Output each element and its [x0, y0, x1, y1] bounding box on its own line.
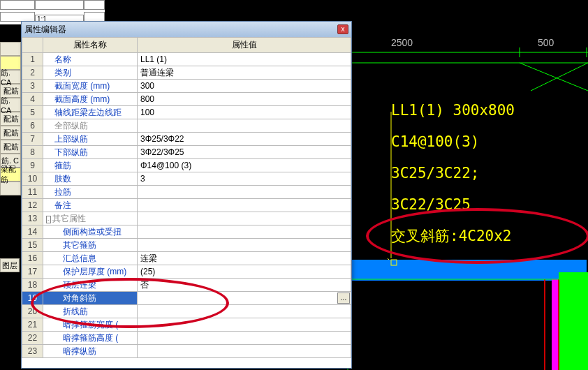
- grid-row[interactable]: 23暗撑纵筋: [22, 345, 351, 358]
- grid-row[interactable]: 1名称LL1 (1): [22, 53, 351, 66]
- property-value-cell[interactable]: [138, 186, 351, 199]
- property-value-cell[interactable]: [138, 332, 351, 345]
- property-value-cell[interactable]: 3Φ22/3Φ25: [138, 146, 351, 159]
- left-button[interactable]: [0, 42, 21, 56]
- property-name-cell[interactable]: 顶层连梁: [43, 279, 138, 292]
- grid-row[interactable]: 17保护层厚度 (mm)(25): [22, 265, 351, 279]
- grid-row[interactable]: 10肢数3: [22, 172, 351, 186]
- property-name-cell[interactable]: 上部纵筋: [43, 133, 138, 146]
- property-value-cell[interactable]: 800: [138, 93, 351, 106]
- property-name-cell[interactable]: 其它箍筋: [43, 239, 138, 252]
- property-name-cell[interactable]: 暗撑箍筋宽度 (: [43, 318, 138, 332]
- cad-label-4: 交叉斜筋:4C20x2: [391, 228, 512, 244]
- property-name-cell[interactable]: 侧面构造或受扭: [43, 225, 138, 239]
- property-value-cell[interactable]: 3: [138, 172, 351, 186]
- property-value-cell[interactable]: [138, 239, 351, 252]
- left-button[interactable]: 筋. CA: [0, 98, 21, 112]
- property-value-cell[interactable]: 连梁: [138, 252, 351, 265]
- property-name: 名称: [54, 54, 71, 64]
- left-button[interactable]: 配筋: [0, 140, 21, 154]
- left-button[interactable]: 筋. CA: [0, 70, 21, 84]
- property-value-cell[interactable]: (25): [138, 265, 351, 279]
- grid-row[interactable]: 21暗撑箍筋宽度 (: [22, 318, 351, 332]
- row-number: 20: [22, 305, 43, 318]
- property-value-cell[interactable]: 普通连梁: [138, 66, 351, 80]
- property-name-cell[interactable]: 拉筋: [43, 186, 138, 199]
- property-name-cell[interactable]: 保护层厚度 (mm): [43, 265, 138, 279]
- left-button[interactable]: 配筋: [0, 126, 21, 140]
- left-button[interactable]: 配筋: [0, 112, 21, 126]
- grid-row[interactable]: 16汇总信息连梁: [22, 252, 351, 265]
- grid-row[interactable]: 5轴线距梁左边线距100: [22, 106, 351, 119]
- property-value-cell[interactable]: [138, 225, 351, 239]
- row-number: 18: [22, 279, 43, 292]
- row-number: 2: [22, 66, 43, 80]
- layer-label: 图层: [0, 258, 20, 272]
- grid-row[interactable]: 12备注: [22, 199, 351, 212]
- property-name-cell[interactable]: 下部纵筋: [43, 146, 138, 159]
- grid-row[interactable]: 4截面高度 (mm)800: [22, 93, 351, 106]
- property-value-cell[interactable]: [138, 345, 351, 358]
- grid-row[interactable]: 9箍筋Φ14@100 (3): [22, 159, 351, 172]
- grid-row[interactable]: 19对角斜筋...: [22, 292, 351, 305]
- grid-row[interactable]: 15其它箍筋: [22, 239, 351, 252]
- property-name-cell[interactable]: 汇总信息: [43, 252, 138, 265]
- property-value-cell[interactable]: [138, 119, 351, 133]
- row-number: 15: [22, 239, 43, 252]
- property-value-cell[interactable]: ...: [138, 292, 351, 305]
- property-name-cell[interactable]: 肢数: [43, 172, 138, 186]
- left-button[interactable]: 梁配筋: [0, 168, 21, 182]
- property-name-cell[interactable]: 截面宽度 (mm): [43, 80, 138, 93]
- grid-row[interactable]: 2类别普通连梁: [22, 66, 351, 80]
- property-value-cell[interactable]: [138, 199, 351, 212]
- grid-row[interactable]: 20折线筋: [22, 305, 351, 318]
- ellipsis-button[interactable]: ...: [337, 293, 350, 304]
- property-name: 暗撑纵筋: [63, 346, 96, 356]
- property-name-cell[interactable]: 对角斜筋: [43, 292, 138, 305]
- property-name: 截面宽度 (mm): [54, 81, 110, 91]
- property-value-cell[interactable]: 300: [138, 80, 351, 93]
- property-value-cell[interactable]: [138, 318, 351, 332]
- grid-row[interactable]: 3截面宽度 (mm)300: [22, 80, 351, 93]
- property-name: 类别: [54, 68, 71, 77]
- header-name: 属性名称: [43, 38, 138, 53]
- property-name-cell[interactable]: 名称: [43, 53, 138, 66]
- property-name-cell[interactable]: 折线筋: [43, 305, 138, 318]
- grid-header: 属性名称 属性值: [22, 38, 351, 53]
- property-grid[interactable]: 属性名称 属性值 1名称LL1 (1)2类别普通连梁3截面宽度 (mm)3004…: [22, 37, 351, 358]
- row-number: 13: [22, 212, 43, 225]
- cad-label-1: C14@100(3): [391, 133, 479, 150]
- property-name-cell[interactable]: 暗撑纵筋: [43, 345, 138, 358]
- property-editor-window[interactable]: 属性编辑器 x 属性名称 属性值 1名称LL1 (1)2类别普通连梁3截面宽度 …: [21, 21, 352, 369]
- grid-row[interactable]: 8下部纵筋3Φ22/3Φ25: [22, 146, 351, 159]
- property-value-cell[interactable]: Φ14@100 (3): [138, 159, 351, 172]
- property-name-cell[interactable]: 暗撑箍筋高度 (: [43, 332, 138, 345]
- grid-row[interactable]: 14侧面构造或受扭: [22, 225, 351, 239]
- row-number: 19: [22, 292, 43, 305]
- close-icon[interactable]: x: [337, 24, 348, 34]
- expander-icon[interactable]: -: [46, 216, 51, 223]
- grid-row[interactable]: 13-其它属性: [22, 212, 351, 225]
- property-value-cell[interactable]: 100: [138, 106, 351, 119]
- titlebar[interactable]: 属性编辑器 x: [22, 22, 351, 37]
- property-name-cell[interactable]: 备注: [43, 199, 138, 212]
- property-name-cell[interactable]: 类别: [43, 66, 138, 80]
- property-name-cell[interactable]: 截面高度 (mm): [43, 93, 138, 106]
- grid-row[interactable]: 22暗撑箍筋高度 (: [22, 332, 351, 345]
- property-value-cell[interactable]: [138, 305, 351, 318]
- property-value-cell[interactable]: LL1 (1): [138, 53, 351, 66]
- row-number: 4: [22, 93, 43, 106]
- grid-row[interactable]: 7上部纵筋3Φ25/3Φ22: [22, 133, 351, 146]
- property-name-cell[interactable]: 全部纵筋: [43, 119, 138, 133]
- property-name-cell[interactable]: 轴线距梁左边线距: [43, 106, 138, 119]
- property-value-cell[interactable]: 否: [138, 279, 351, 292]
- svg-rect-10: [348, 260, 587, 281]
- grid-row[interactable]: 6全部纵筋: [22, 119, 351, 133]
- property-value-cell[interactable]: [138, 212, 351, 225]
- grid-row[interactable]: 11拉筋: [22, 186, 351, 199]
- property-name-cell[interactable]: 箍筋: [43, 159, 138, 172]
- cad-label-0: LL1(1) 300x800: [391, 102, 515, 119]
- property-name-cell[interactable]: -其它属性: [43, 212, 138, 225]
- property-value-cell[interactable]: 3Φ25/3Φ22: [138, 133, 351, 146]
- grid-row[interactable]: 18顶层连梁否: [22, 279, 351, 292]
